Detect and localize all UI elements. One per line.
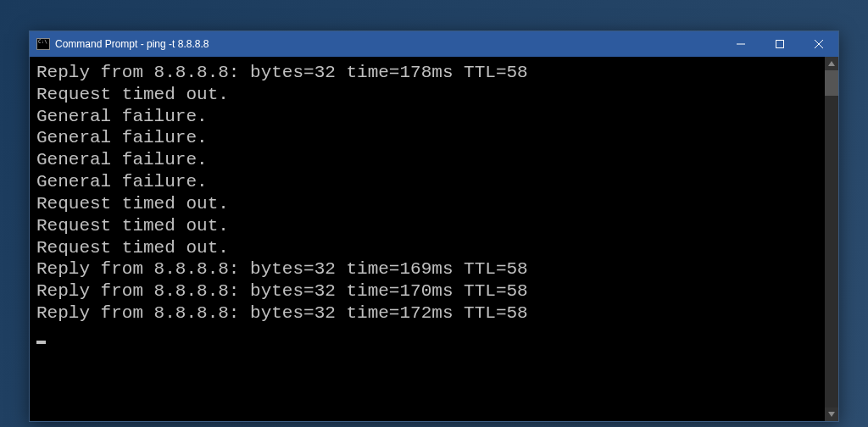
close-button[interactable] [799, 31, 838, 57]
window-title: Command Prompt - ping -t 8.8.8.8 [55, 38, 721, 50]
chevron-up-icon [828, 61, 835, 66]
terminal-line: Reply from 8.8.8.8: bytes=32 time=178ms … [36, 63, 528, 82]
terminal-line: General failure. [36, 107, 208, 126]
terminal-line: General failure. [36, 128, 208, 147]
scroll-thumb[interactable] [825, 70, 838, 96]
scroll-down-button[interactable] [825, 408, 838, 421]
close-icon [815, 40, 823, 48]
minimize-button[interactable] [721, 31, 760, 57]
scrollbar[interactable] [825, 57, 838, 421]
cursor [36, 341, 46, 344]
terminal-line: Reply from 8.8.8.8: bytes=32 time=172ms … [36, 303, 528, 323]
terminal-line: Request timed out. [36, 238, 229, 258]
terminal-line: General failure. [36, 150, 208, 169]
terminal-body[interactable]: Reply from 8.8.8.8: bytes=32 time=178ms … [30, 57, 838, 421]
maximize-button[interactable] [760, 31, 799, 57]
maximize-icon [776, 40, 784, 48]
terminal-line: Reply from 8.8.8.8: bytes=32 time=170ms … [36, 281, 528, 301]
minimize-icon [737, 40, 745, 48]
terminal-line: Reply from 8.8.8.8: bytes=32 time=169ms … [36, 259, 528, 279]
terminal-line: Request timed out. [36, 216, 229, 236]
terminal-output: Reply from 8.8.8.8: bytes=32 time=178ms … [36, 62, 832, 347]
terminal-line: Request timed out. [36, 194, 229, 214]
svg-rect-1 [776, 41, 784, 48]
scroll-up-button[interactable] [825, 57, 838, 70]
cmd-icon [36, 38, 50, 50]
titlebar[interactable]: Command Prompt - ping -t 8.8.8.8 [30, 31, 838, 57]
terminal-line: Request timed out. [36, 85, 229, 104]
chevron-down-icon [828, 412, 835, 417]
terminal-line: General failure. [36, 172, 208, 191]
window-controls [721, 31, 838, 57]
command-prompt-window: Command Prompt - ping -t 8.8.8.8 Reply f… [29, 30, 839, 422]
